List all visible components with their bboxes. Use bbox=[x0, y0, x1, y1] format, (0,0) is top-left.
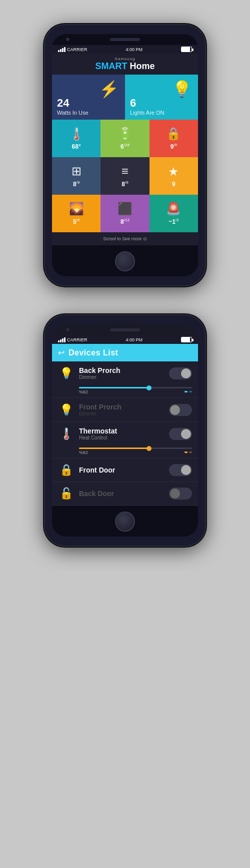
back-door-info: Back Door bbox=[79, 490, 164, 498]
tile-star[interactable]: ★ 9 bbox=[150, 157, 198, 195]
device-thermostat[interactable]: 🌡️ Thermostat Heat Control %62 bbox=[52, 422, 198, 459]
tile-battery[interactable]: 🔋 6/18 bbox=[100, 120, 149, 157]
back-porch-slider-track[interactable] bbox=[79, 387, 192, 388]
back-button[interactable]: ↩ bbox=[58, 348, 64, 357]
tile-scene[interactable]: 🌄 5/8 bbox=[52, 195, 100, 232]
tile-lights[interactable]: 💡 6 Lights Are ON bbox=[125, 75, 198, 120]
devices-list-title: Devices List bbox=[68, 348, 118, 357]
back-door-lock-icon: 🔓 bbox=[60, 487, 73, 500]
phone-2: CARRIER 4:00 PM ↩ Devices List 💡 Back Pr… bbox=[45, 315, 205, 546]
carrier-label: CARRIER bbox=[67, 47, 88, 52]
thermostat-name: Thermostat bbox=[79, 427, 164, 435]
thermostat-icon: 🌡️ bbox=[60, 427, 73, 441]
status-bar: CARRIER 4:00 PM bbox=[52, 45, 198, 54]
back-porch-toggle[interactable] bbox=[169, 367, 192, 379]
panel-icon: ⊞ bbox=[72, 164, 82, 178]
signal-bars bbox=[58, 47, 66, 52]
tile-lock[interactable]: 🔒 9/9 bbox=[150, 120, 198, 157]
front-porch-name: Front Prorch bbox=[79, 403, 164, 411]
thermostat-info: Thermostat Heat Control bbox=[79, 427, 164, 441]
app-header: Samsung SMART Home bbox=[52, 54, 198, 75]
front-door-lock-icon: 🔒 bbox=[60, 464, 73, 477]
phone-top-bar bbox=[52, 34, 198, 45]
device-back-porch[interactable]: 💡 Back Prorch Dimmer %62 bbox=[52, 361, 198, 398]
brand-smart: SMART bbox=[95, 61, 127, 71]
thermostat-type: Heat Control bbox=[79, 435, 164, 441]
thermostat-slider-knob bbox=[146, 446, 152, 451]
front-porch-info: Front Prorch Dimmer bbox=[79, 403, 164, 416]
phone2-signal bbox=[58, 337, 66, 342]
back-porch-slider-row[interactable]: %62 bbox=[58, 387, 192, 394]
front-door-name: Front Door bbox=[79, 466, 164, 474]
device-back-door[interactable]: 🔓 Back Door bbox=[52, 482, 198, 506]
indicator-dot-2 bbox=[189, 391, 192, 392]
front-door-toggle-wrap[interactable] bbox=[169, 464, 192, 476]
phone2-top-bar bbox=[52, 324, 198, 335]
top-tile-grid: ⚡ 24 Watts In Use 💡 6 Lights Are ON bbox=[52, 75, 198, 120]
phone2-time: 4:00 PM bbox=[126, 337, 142, 342]
front-porch-toggle-knob bbox=[170, 405, 180, 415]
tile-watts[interactable]: ⚡ 24 Watts In Use bbox=[52, 75, 125, 120]
mid-tile-grid: 🌡️ 68° 🔋 6/18 🔒 9/9 bbox=[52, 120, 198, 157]
tile-panel[interactable]: ⊞ 8/9 bbox=[52, 157, 100, 195]
back-porch-icon-wrap: 💡 bbox=[58, 367, 74, 380]
phone-bottom bbox=[52, 245, 198, 276]
phone2-speaker bbox=[110, 328, 140, 331]
scroll-hint: Scrool to See more ⊙ bbox=[52, 232, 198, 245]
device-front-porch[interactable]: 💡 Front Prorch Dimmer bbox=[52, 398, 198, 422]
star-count: 9 bbox=[172, 181, 176, 188]
front-door-toggle[interactable] bbox=[169, 464, 192, 476]
front-door-toggle-knob bbox=[181, 465, 191, 475]
thermostat-toggle-wrap[interactable] bbox=[169, 428, 192, 440]
back-door-icon-wrap: 🔓 bbox=[58, 487, 74, 500]
home-button[interactable] bbox=[115, 251, 135, 271]
thermostat-slider-row[interactable]: %62 bbox=[58, 448, 192, 455]
front-porch-bulb-icon: 💡 bbox=[60, 403, 73, 416]
phone2-battery bbox=[181, 337, 192, 342]
outlet-count: 8/12 bbox=[120, 218, 130, 225]
back-door-toggle[interactable] bbox=[169, 488, 192, 500]
battery-icon bbox=[181, 47, 192, 52]
back-door-toggle-knob bbox=[170, 489, 180, 499]
thermostat-toggle[interactable] bbox=[169, 428, 192, 440]
tile-outlet[interactable]: ⬛ 8/12 bbox=[100, 195, 149, 232]
thermostat-icon-wrap: 🌡️ bbox=[58, 427, 74, 441]
brand-samsung: Samsung bbox=[52, 57, 198, 61]
brand-home: Home bbox=[130, 61, 155, 71]
front-porch-toggle[interactable] bbox=[169, 404, 192, 416]
phone-1: CARRIER 4:00 PM Samsung SMART Home ⚡ 24 … bbox=[45, 25, 205, 285]
thermostat-slider-track[interactable] bbox=[79, 448, 192, 449]
back-door-toggle-wrap[interactable] bbox=[169, 488, 192, 500]
front-porch-toggle-wrap[interactable] bbox=[169, 404, 192, 416]
front-porch-type: Dimmer bbox=[79, 411, 164, 416]
brand-smart-home: SMART Home bbox=[52, 61, 198, 72]
indicator-dot-1 bbox=[184, 391, 188, 392]
meter-count: 8/9 bbox=[122, 180, 128, 188]
row3-tile-grid: ⊞ 8/9 ≡ 8/9 ★ 9 bbox=[52, 157, 198, 195]
thermostat-indicator bbox=[184, 452, 192, 453]
phone2-carrier: CARRIER bbox=[67, 337, 88, 342]
lightning-icon: ⚡ bbox=[99, 80, 119, 99]
alarm-count: ~1/3 bbox=[168, 218, 178, 225]
front-door-icon-wrap: 🔒 bbox=[58, 464, 74, 477]
scene-count: 5/8 bbox=[73, 218, 80, 225]
back-porch-name: Back Prorch bbox=[79, 366, 164, 374]
thermo-indicator-dot-1 bbox=[184, 452, 188, 453]
lock-icon: 🔒 bbox=[166, 127, 181, 141]
tile-meter[interactable]: ≡ 8/9 bbox=[100, 157, 149, 195]
thermostat-toggle-knob bbox=[181, 429, 191, 439]
phone2-camera bbox=[66, 328, 70, 331]
back-porch-bulb-icon: 💡 bbox=[60, 367, 73, 380]
front-porch-icon-wrap: 💡 bbox=[58, 403, 74, 416]
back-porch-slider-fill bbox=[79, 387, 149, 388]
tile-temp[interactable]: 🌡️ 68° bbox=[52, 120, 100, 157]
back-porch-slider-knob bbox=[146, 385, 152, 390]
phone2-status-bar: CARRIER 4:00 PM bbox=[52, 335, 198, 344]
front-door-info: Front Door bbox=[79, 466, 164, 474]
watts-number: 24 bbox=[57, 97, 69, 110]
thermostat-pct: %62 bbox=[79, 450, 192, 455]
tile-alarm[interactable]: 🚨 ~1/3 bbox=[150, 195, 198, 232]
device-front-door[interactable]: 🔒 Front Door bbox=[52, 459, 198, 482]
back-porch-toggle-wrap[interactable] bbox=[169, 367, 192, 379]
phone2-home-button[interactable] bbox=[115, 512, 135, 532]
